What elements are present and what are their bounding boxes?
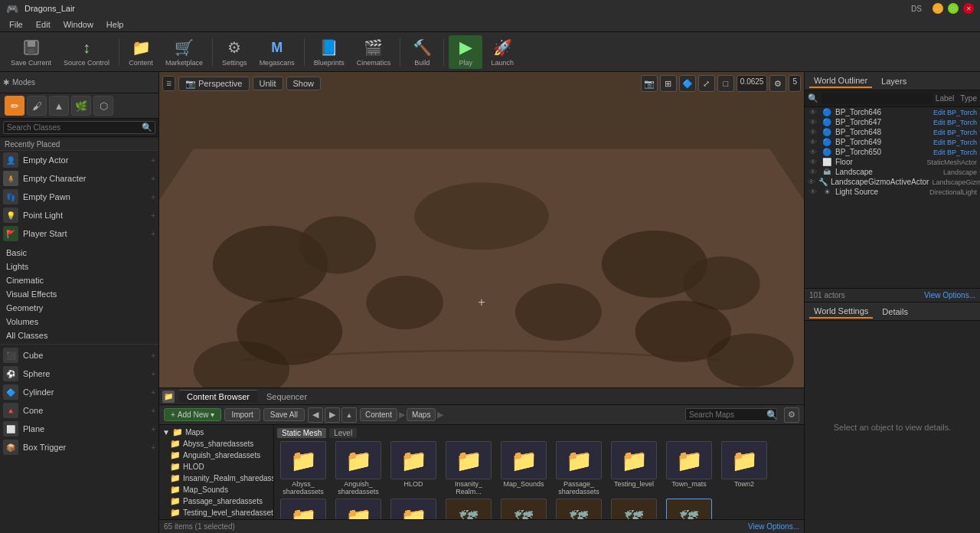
placed-item-point-light[interactable]: 💡 Point Light + bbox=[0, 206, 158, 224]
category-all-classes[interactable]: All Classes bbox=[3, 329, 155, 342]
menu-window[interactable]: Window bbox=[57, 18, 100, 31]
folder-passage[interactable]: 📁 Passage_sharedassets bbox=[161, 495, 272, 507]
outliner-view-options[interactable]: View Options... bbox=[924, 291, 975, 299]
minimize-button[interactable]: — bbox=[933, 3, 943, 14]
nav-up-button[interactable]: ▲ bbox=[341, 407, 357, 423]
category-cinematic[interactable]: Cinematic bbox=[3, 273, 155, 287]
folder-insanity[interactable]: 📁 Insanity_Realm_sharedassets bbox=[161, 473, 272, 484]
geometry-mode-icon[interactable]: ⬡ bbox=[93, 96, 113, 116]
details-tab[interactable]: Details bbox=[877, 306, 913, 318]
scale-icon[interactable]: ⤢ bbox=[698, 75, 715, 92]
perspective-button[interactable]: 📷 Perspective bbox=[178, 77, 249, 91]
camera-icon[interactable]: 📷 bbox=[641, 75, 658, 92]
build-button[interactable]: 🔨 Build bbox=[405, 35, 439, 69]
asset-dragons-lair[interactable]: 🗺 Map BuildData Registry Dragons_Lair bbox=[663, 499, 715, 519]
view-options-cb[interactable]: View Options... bbox=[748, 522, 799, 531]
outliner-edit-torch647[interactable]: Edit BP_Torch bbox=[933, 119, 977, 126]
settings-icon-cb[interactable]: ⚙ bbox=[784, 407, 799, 423]
foliage-mode-icon[interactable]: 🌿 bbox=[71, 96, 91, 116]
folder-map-sounds[interactable]: 📁 Map_Sounds bbox=[161, 484, 272, 495]
outliner-item-torch649[interactable]: 👁 🔵 BP_Torch649 Edit BP_Torch bbox=[805, 137, 980, 147]
filter-static-mesh[interactable]: Static Mesh bbox=[277, 428, 326, 438]
import-button[interactable]: Import bbox=[224, 408, 260, 421]
sequencer-tab[interactable]: Sequencer bbox=[259, 391, 315, 403]
asset-insanity[interactable]: 📁 Insanity_Realm... bbox=[443, 441, 495, 495]
asset-testing[interactable]: 📁 Testing_level bbox=[608, 441, 660, 495]
asset-town2[interactable]: 📁 Town2 bbox=[718, 441, 770, 495]
placed-item-empty-actor[interactable]: 👤 Empty Actor + bbox=[0, 151, 158, 169]
placed-item-empty-character[interactable]: 🧍 Empty Character + bbox=[0, 169, 158, 188]
content-button[interactable]: 📁 Content bbox=[124, 35, 158, 69]
viewport-toggle[interactable]: ≡ bbox=[162, 76, 175, 91]
folder-hlod[interactable]: 📁 HLOD bbox=[161, 461, 272, 473]
paint-mode-icon[interactable]: 🖌 bbox=[27, 96, 47, 116]
outliner-item-torch646[interactable]: 👁 🔵 BP_Torch646 Edit BP_Torch bbox=[805, 107, 980, 117]
maximize-button[interactable]: □ bbox=[948, 3, 959, 14]
select-mode-icon[interactable]: ✏ bbox=[5, 96, 24, 116]
asset-abyss-built[interactable]: 🗺 Map BuildData Registry Abyss_Built_Dat… bbox=[498, 499, 550, 519]
layers-tab[interactable]: Layers bbox=[877, 75, 911, 87]
folder-testing[interactable]: 📁 Testing_level_sharedassets bbox=[161, 507, 272, 518]
placed-item-empty-pawn[interactable]: 👣 Empty Pawn + bbox=[0, 188, 158, 206]
menu-help[interactable]: Help bbox=[100, 18, 130, 31]
category-lights[interactable]: Lights bbox=[3, 260, 155, 273]
asset-town-mats[interactable]: 📁 Town_mats bbox=[663, 441, 715, 495]
outliner-item-light-source[interactable]: 👁 ☀ Light Source DirectionalLight bbox=[805, 187, 980, 197]
source-control-button[interactable]: ↕ Source Control bbox=[59, 35, 114, 69]
show-button[interactable]: Show bbox=[286, 77, 322, 90]
close-button[interactable]: ✕ bbox=[963, 3, 974, 14]
outliner-edit-torch648[interactable]: Edit BP_Torch bbox=[933, 129, 977, 136]
asset-ugt[interactable]: 📁 Underground_Temple... bbox=[332, 499, 384, 519]
asset-anguish-built[interactable]: 🗺 Map BuildData Registry Anguish_BuiltDa… bbox=[608, 499, 660, 519]
outliner-edit-torch650[interactable]: Edit BP_Torch bbox=[933, 149, 977, 156]
asset-zone-portal[interactable]: 📁 Zone_Portal bbox=[387, 499, 439, 519]
search-classes-input[interactable] bbox=[3, 121, 155, 134]
asset-ugr[interactable]: 📁 Underground_Ruins... bbox=[277, 499, 329, 519]
outliner-item-torch648[interactable]: 👁 🔵 BP_Torch648 Edit BP_Torch bbox=[805, 127, 980, 137]
folder-maps[interactable]: ▼ 📁 Maps bbox=[161, 427, 272, 438]
menu-edit[interactable]: Edit bbox=[30, 18, 57, 31]
content-browser-tab[interactable]: Content Browser bbox=[179, 390, 257, 403]
snap-icon[interactable]: 🔷 bbox=[679, 75, 696, 92]
launch-button[interactable]: 🚀 Launch bbox=[485, 35, 519, 69]
category-basic[interactable]: Basic bbox=[3, 246, 155, 260]
settings-button[interactable]: ⚙ Settings bbox=[217, 35, 252, 69]
asset-abyss-sharedassets[interactable]: 📁 Abyss_sharedassets bbox=[277, 441, 329, 495]
asset-anguish-map[interactable]: 🗺 Map BuildData Registry Anguish bbox=[553, 499, 605, 519]
outliner-edit-torch649[interactable]: Edit BP_Torch bbox=[933, 139, 977, 146]
megascans-button[interactable]: M Megascans bbox=[255, 35, 299, 69]
path-content[interactable]: Content bbox=[360, 408, 397, 421]
play-button[interactable]: ▶ Play bbox=[449, 35, 482, 69]
add-new-button[interactable]: + Add New ▾ bbox=[164, 408, 221, 421]
asset-anguish-sharedassets[interactable]: 📁 Anguish_sharedassets bbox=[332, 441, 384, 495]
asset-passage[interactable]: 📁 Passage_sharedassets bbox=[553, 441, 605, 495]
nav-back-button[interactable]: ◀ bbox=[308, 407, 323, 423]
marketplace-button[interactable]: 🛒 Marketplace bbox=[161, 35, 207, 69]
content-search-input[interactable] bbox=[685, 408, 777, 421]
blueprints-button[interactable]: 📘 Blueprints bbox=[309, 35, 349, 69]
asset-map-sounds[interactable]: 📁 Map_Sounds bbox=[498, 441, 550, 495]
shape-plane[interactable]: ⬜ Plane + bbox=[0, 420, 158, 438]
filter-level[interactable]: Level bbox=[329, 428, 357, 438]
path-maps[interactable]: Maps bbox=[407, 408, 436, 421]
outliner-edit-torch646[interactable]: Edit BP_Torch bbox=[933, 109, 977, 116]
shape-cone[interactable]: 🔺 Cone + bbox=[0, 401, 158, 420]
folder-anguish-sharedassets[interactable]: 📁 Anguish_sharedassets bbox=[161, 450, 272, 461]
grid-icon[interactable]: ⊞ bbox=[660, 75, 677, 92]
outliner-item-landscape-gizmo[interactable]: 👁 🔧 LandscapeGizmoActiveActor LandscapeG… bbox=[805, 177, 980, 187]
placed-item-player-start[interactable]: 🚩 Player Start + bbox=[0, 224, 158, 243]
outliner-item-torch647[interactable]: 👁 🔵 BP_Torch647 Edit BP_Torch bbox=[805, 117, 980, 127]
category-geometry[interactable]: Geometry bbox=[3, 301, 155, 315]
shape-cube[interactable]: ⬛ Cube + bbox=[0, 346, 158, 365]
landscape-mode-icon[interactable]: ▲ bbox=[49, 96, 69, 116]
unlit-button[interactable]: Unlit bbox=[253, 77, 283, 90]
shape-cylinder[interactable]: 🔷 Cylinder + bbox=[0, 383, 158, 401]
asset-hlod[interactable]: 📁 HLOD bbox=[387, 441, 439, 495]
folder-abyss-sharedassets[interactable]: 📁 Abyss_sharedassets bbox=[161, 438, 272, 450]
outliner-item-torch650[interactable]: 👁 🔵 BP_Torch650 Edit BP_Torch bbox=[805, 147, 980, 157]
world-settings-tab[interactable]: World Settings bbox=[809, 305, 873, 319]
save-current-button[interactable]: Save Current bbox=[6, 35, 56, 69]
fov-icon[interactable]: □ bbox=[717, 75, 734, 92]
shape-box-trigger[interactable]: 📦 Box Trigger + bbox=[0, 438, 158, 456]
category-volumes[interactable]: Volumes bbox=[3, 315, 155, 329]
